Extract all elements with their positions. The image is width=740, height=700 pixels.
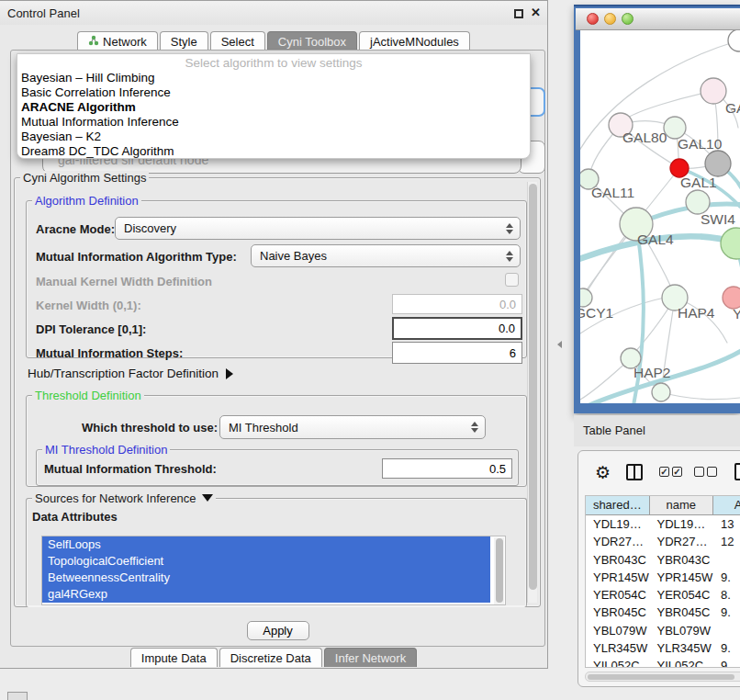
- attribute-list-item[interactable]: TopologicalCoefficient: [42, 553, 490, 570]
- attributes-scrollbar-thumb[interactable]: [496, 538, 503, 603]
- apply-button[interactable]: Apply: [247, 621, 309, 640]
- table-cell: YBR045C: [586, 604, 649, 621]
- document-icon[interactable]: [734, 463, 740, 480]
- mi-algorithm-type-combo[interactable]: Naive Bayes: [251, 244, 521, 267]
- network-edge[interactable]: [626, 91, 713, 119]
- tab-label: Select: [221, 35, 254, 49]
- which-threshold-combo[interactable]: MI Threshold: [219, 415, 486, 439]
- table-row[interactable]: YIL052CYIL052C9.: [586, 657, 740, 668]
- network-edge[interactable]: [583, 232, 628, 298]
- sources-group: Sources for Network Inference Data Attri…: [26, 498, 527, 607]
- table-horizontal-scrollbar[interactable]: [585, 672, 740, 682]
- algorithm-option[interactable]: Dream8 DC_TDC Algorithm: [17, 144, 530, 159]
- tab-network[interactable]: Network: [77, 31, 158, 51]
- hub-tf-definition-toggle[interactable]: Hub/Transcription Factor Definition: [28, 367, 233, 380]
- network-node-label: GAL4: [637, 231, 674, 247]
- tab-cyni-toolbox[interactable]: Cyni Toolbox: [267, 31, 357, 51]
- attribute-list-item[interactable]: SelfLoops: [42, 536, 490, 553]
- tab-style[interactable]: Style: [160, 31, 208, 51]
- tab-select[interactable]: Select: [210, 31, 265, 51]
- tab-infer-network[interactable]: Infer Network: [324, 648, 417, 667]
- minimize-traffic-light-icon[interactable]: [604, 13, 616, 25]
- mi-steps-field[interactable]: 6: [392, 342, 522, 364]
- network-node[interactable]: [721, 228, 740, 259]
- network-node-gcy1[interactable]: [580, 288, 592, 307]
- table-row[interactable]: YBL079WYBL079W: [586, 622, 740, 639]
- columns-icon[interactable]: [626, 464, 643, 480]
- unchecked-checkbox-icon[interactable]: [694, 467, 704, 477]
- network-node[interactable]: [705, 151, 731, 176]
- table-row[interactable]: YDR27…YDR27…12: [586, 533, 740, 550]
- algorithm-option[interactable]: Bayesian – K2: [17, 130, 530, 144]
- table-row[interactable]: YLR345WYLR345W9.: [586, 639, 740, 657]
- table-row[interactable]: YBR045CYBR045C9.: [586, 604, 740, 621]
- table-row[interactable]: YBR043CYBR043C: [586, 551, 740, 569]
- network-edge[interactable]: [661, 392, 740, 400]
- column-header[interactable]: A: [713, 496, 740, 514]
- table-row[interactable]: YER054CYER054C8.: [586, 586, 740, 604]
- table-cell: 13: [713, 515, 740, 533]
- aracne-mode-combo[interactable]: Discovery: [115, 217, 521, 240]
- float-window-icon[interactable]: [514, 9, 523, 18]
- network-node[interactable]: [652, 383, 670, 401]
- table-cell: YIL052C: [586, 657, 649, 668]
- tab-discretize-data[interactable]: Discretize Data: [219, 648, 322, 667]
- spinner-arrows-icon: [471, 422, 478, 433]
- table-cell: YBL079W: [586, 622, 649, 639]
- algorithm-option[interactable]: ARACNE Algorithm: [17, 100, 530, 115]
- column-header[interactable]: name: [650, 496, 714, 514]
- network-node-gal[interactable]: [701, 78, 726, 104]
- aracne-mode-value: Discovery: [124, 221, 176, 235]
- algorithm-option[interactable]: Mutual Information Inference: [17, 115, 530, 130]
- table-cell: YER054C: [649, 586, 712, 604]
- attribute-list-item[interactable]: gal4RGexp: [42, 586, 490, 603]
- spinner-arrows-icon: [506, 223, 513, 234]
- cyni-algorithm-settings-group: Cyni Algorithm Settings Algorithm Defini…: [14, 177, 541, 607]
- tab-impute-data[interactable]: Impute Data: [130, 648, 218, 667]
- network-node-label: SWI4: [701, 211, 735, 227]
- splitter-collapse-icon[interactable]: [557, 341, 562, 348]
- manual-kernel-width-checkbox[interactable]: [505, 273, 519, 287]
- close-icon[interactable]: ✕: [531, 6, 541, 19]
- settings-scrollbar[interactable]: [527, 182, 537, 603]
- network-icon: [88, 35, 99, 49]
- close-traffic-light-icon[interactable]: [587, 13, 599, 25]
- threshold-definition-title: Threshold Definition: [32, 389, 144, 402]
- mi-threshold-field[interactable]: 0.5: [382, 458, 512, 479]
- network-node[interactable]: [728, 30, 740, 51]
- unchecked-checkbox-icon[interactable]: [707, 467, 717, 477]
- sources-title-row[interactable]: Sources for Network Inference: [32, 491, 216, 505]
- attribute-list-item[interactable]: BetweennessCentrality: [42, 570, 490, 586]
- algorithm-definition-group: Algorithm Definition Aracne Mode: Discov…: [26, 200, 527, 358]
- table-hscroll-thumb[interactable]: [588, 674, 734, 680]
- kernel-width-field[interactable]: 0.0: [392, 294, 522, 314]
- manual-kernel-width-label: Manual Kernel Width Definition: [36, 275, 212, 288]
- node-table[interactable]: shared…nameA YDL19…YDL19…13YDR27…YDR27…1…: [585, 495, 740, 668]
- data-attributes-label: Data Attributes: [32, 510, 118, 524]
- network-node-label: GAL1: [680, 175, 717, 190]
- network-canvas[interactable]: GALGAL80GAL10GAL1GAL11SWI4GAL4GCY1HAP4YH…: [580, 30, 740, 403]
- network-graph[interactable]: GALGAL80GAL10GAL1GAL11SWI4GAL4GCY1HAP4YH…: [580, 30, 740, 403]
- checked-checkbox-icon[interactable]: ✓: [672, 467, 682, 477]
- table-row[interactable]: YPR145WYPR145W9.: [586, 569, 740, 586]
- network-view-window: GALGAL80GAL10GAL1GAL11SWI4GAL4GCY1HAP4YH…: [574, 5, 740, 413]
- mi-steps-label: Mutual Information Steps:: [36, 346, 183, 360]
- mi-threshold-definition-title: MI Threshold Definition: [42, 443, 170, 457]
- table-row[interactable]: YDL19…YDL19…13: [586, 515, 740, 533]
- table-cell: 9.: [713, 657, 740, 668]
- dpi-tolerance-field[interactable]: 0.0: [392, 317, 522, 340]
- algorithm-option[interactable]: Bayesian – Hill Climbing: [17, 71, 530, 85]
- settings-scrollbar-thumb[interactable]: [529, 184, 537, 590]
- data-attributes-list[interactable]: SelfLoopsTopologicalCoefficientBetweenne…: [41, 536, 506, 605]
- algorithm-option[interactable]: Basic Correlation Inference: [17, 85, 530, 100]
- cyni-algorithm-settings-title: Cyni Algorithm Settings: [20, 171, 149, 185]
- attributes-scrollbar[interactable]: [494, 537, 504, 605]
- table-cell: YDR27…: [649, 533, 712, 550]
- zoom-traffic-light-icon[interactable]: [622, 13, 633, 25]
- column-header[interactable]: shared…: [586, 496, 650, 514]
- checked-checkbox-icon[interactable]: ✓: [659, 467, 669, 477]
- cyni-bottom-tabbar: Impute DataDiscretize DataInfer Network: [0, 647, 547, 667]
- tab-jactivemnodules[interactable]: jActiveMNodules: [359, 31, 470, 51]
- network-node-label: GCY1: [580, 305, 613, 321]
- gear-icon[interactable]: ⚙: [595, 462, 611, 483]
